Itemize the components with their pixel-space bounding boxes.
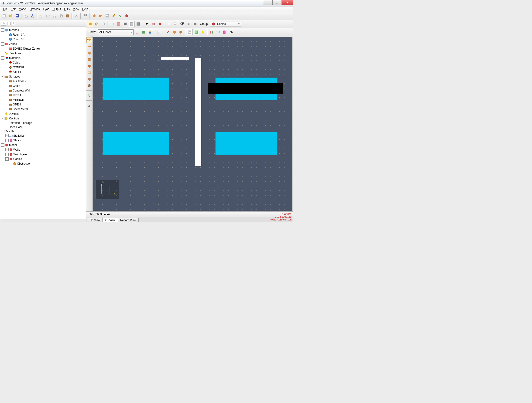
tree-node-results[interactable]: Results (5, 130, 14, 133)
tree-node-cables[interactable]: Cables (13, 157, 22, 161)
draw-slab-button[interactable] (86, 37, 92, 43)
rotate-tool-button[interactable] (157, 21, 163, 27)
zones-tool-button[interactable] (98, 13, 104, 19)
tree-node-entranceblockage[interactable]: Entrance Blockage (9, 121, 32, 124)
menu-output[interactable]: Output (51, 7, 62, 11)
draw-cyl-button[interactable] (86, 63, 92, 69)
tree-node-inert[interactable]: INERT (13, 93, 21, 97)
zoom-tool-button[interactable] (172, 21, 178, 27)
tree-node-zone0[interactable]: ZONE0 (Outer Zone) (13, 47, 40, 50)
vis-toggle-9[interactable] (222, 29, 228, 35)
expander-icon[interactable]: − (5, 157, 9, 161)
vis-toggle-1[interactable] (165, 29, 171, 35)
tree-node-statistics[interactable]: Statistics (13, 134, 25, 137)
menu-fds[interactable]: FDS (63, 7, 71, 11)
view-top-button[interactable] (129, 21, 135, 27)
vis-toggle-4[interactable] (187, 29, 193, 35)
expander-icon[interactable]: − (1, 42, 4, 46)
fit-tool-button[interactable] (185, 21, 191, 27)
viewport-2d[interactable]: YX (93, 37, 292, 211)
tree-node-surfaces[interactable]: Surfaces (9, 75, 20, 78)
tree-node-cable[interactable]: Cable (13, 61, 20, 64)
maximize-button[interactable]: ▢ (272, 0, 282, 5)
tree-toggle-button[interactable] (1, 21, 6, 26)
pan-tool-button[interactable] (166, 21, 172, 27)
tree-node-open[interactable]: OPEN (13, 103, 21, 106)
menu-evac[interactable]: Evac (41, 7, 51, 11)
tree-node-zones[interactable]: Zones (9, 42, 17, 46)
expander-icon[interactable]: − (1, 117, 4, 120)
tab-record-view[interactable]: Record View (118, 218, 139, 222)
tree-node-reactions[interactable]: Reactions (9, 52, 21, 55)
reset-tool-button[interactable] (192, 21, 198, 27)
move-tool-button[interactable] (151, 21, 157, 27)
tree-node-steel[interactable]: STEEL (13, 70, 22, 74)
minimize-button[interactable]: — (263, 0, 272, 5)
expander-icon[interactable]: + (5, 148, 9, 151)
vis-toggle-7[interactable] (209, 29, 215, 35)
import-button[interactable] (23, 13, 29, 19)
view-wire-button[interactable] (94, 21, 100, 27)
copy-button[interactable] (58, 13, 64, 19)
menu-help[interactable]: Help (81, 7, 89, 11)
tree-node-slices[interactable]: Slices (13, 139, 21, 142)
draw-vent-button[interactable] (86, 83, 92, 88)
tree-node-sheetmetal[interactable]: Sheet Metal (13, 108, 28, 111)
delete-button[interactable] (73, 13, 79, 19)
tree-node-surf-cable[interactable]: Cable (13, 84, 20, 87)
view-grid-button[interactable] (122, 21, 128, 27)
select-tool-button[interactable] (144, 21, 150, 27)
expander-icon[interactable]: + (5, 134, 9, 137)
tree-node-meshes[interactable]: Meshes (9, 28, 19, 32)
tree-node-obstruction[interactable]: Obstruction (17, 162, 31, 165)
floor-prev-button[interactable] (134, 29, 140, 35)
expander-icon[interactable]: − (1, 75, 4, 78)
tree-node-devices[interactable]: Devices (9, 112, 19, 116)
zoom-box-button[interactable] (179, 21, 185, 27)
expand-all-button[interactable]: + (12, 22, 15, 25)
tree-node-materials[interactable]: Materials (9, 56, 20, 60)
model-tool-button[interactable] (124, 13, 130, 19)
vis-toggle-8[interactable]: 1₂3 (215, 29, 221, 35)
close-button[interactable]: ✕ (282, 0, 293, 5)
vis-toggle-2[interactable] (171, 29, 177, 35)
menu-edit[interactable]: Edit (9, 7, 17, 11)
expander-icon[interactable]: − (1, 143, 4, 147)
expander-icon[interactable]: + (5, 139, 9, 142)
tree-node-mirror[interactable]: MIRROR (13, 98, 24, 101)
cube-wire-button[interactable] (156, 29, 162, 35)
expander-icon[interactable]: + (5, 153, 9, 156)
draw-hole-button[interactable] (86, 76, 92, 82)
particles-button[interactable] (117, 13, 123, 19)
redo-button[interactable] (45, 13, 51, 19)
expander-icon[interactable]: − (1, 28, 4, 32)
floor-next-button[interactable] (140, 29, 146, 35)
show-combo[interactable]: All Floors ▾ (98, 29, 133, 35)
menu-model[interactable]: Model (18, 7, 28, 11)
list-tool-button[interactable] (104, 13, 110, 19)
expander-icon[interactable]: − (1, 56, 4, 60)
paste-button[interactable] (64, 13, 71, 19)
tree-node-model[interactable]: Model (9, 143, 17, 147)
draw-rect-button[interactable] (86, 70, 92, 75)
menu-devices[interactable]: Devices (28, 7, 41, 11)
tree-node-switchgear[interactable]: Switchgear (13, 153, 27, 156)
view-solid-button[interactable] (87, 21, 93, 27)
view-front-button[interactable] (135, 21, 141, 27)
vis-toggle-6[interactable] (200, 29, 206, 35)
tab-2d-view[interactable]: 2D View (102, 218, 118, 222)
group-button[interactable] (82, 13, 88, 19)
tab-3d-view[interactable]: 3D View (87, 218, 102, 222)
view-persp-button[interactable] (109, 21, 115, 27)
save-button[interactable] (14, 13, 20, 19)
expander-icon[interactable]: − (1, 130, 4, 133)
menu-file[interactable]: File (2, 7, 9, 11)
navigator-tree[interactable]: −Meshes Room 3A Room 3B −Zones ZONE0 (Ou… (0, 27, 86, 219)
tree-node-opendoor[interactable]: Open Door (9, 125, 22, 129)
menu-view[interactable]: View (71, 7, 80, 11)
collapse-all-button[interactable]: − (7, 22, 11, 25)
draw-box-button[interactable] (86, 50, 92, 56)
tree-node-concretewall[interactable]: Concrete Wall (13, 89, 30, 92)
export-button[interactable] (30, 13, 36, 19)
group-combo[interactable]: Cables ▾ (210, 21, 241, 27)
